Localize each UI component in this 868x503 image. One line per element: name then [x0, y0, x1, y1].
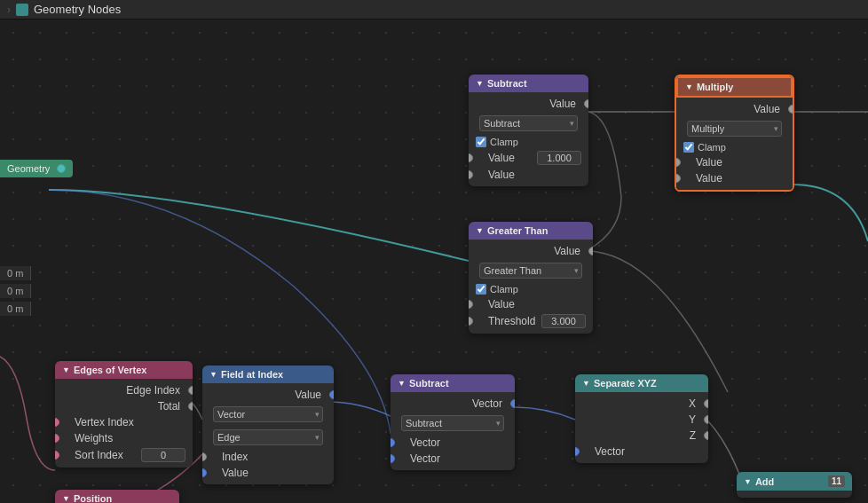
subtract1-dropdown[interactable]: Subtract	[479, 115, 578, 131]
gt-dropdown-row[interactable]: Greater Than	[469, 259, 593, 282]
multiply-arrow-icon: ▼	[685, 83, 693, 91]
multiply-value2-label: Value	[689, 172, 722, 185]
fai-dropdown2-row[interactable]: Edge	[202, 426, 334, 449]
subtract2-vector-out-row: Vector	[391, 396, 515, 412]
sxyz-z-socket	[704, 431, 708, 440]
edges-of-vertex-header: ▼ Edges of Vertex	[55, 361, 193, 379]
eov-sort-index-row: Sort Index 0	[55, 446, 193, 464]
multiply-value-out-socket	[788, 105, 794, 114]
subtract1-value2-label: Value	[481, 169, 515, 181]
multiply-dropdown[interactable]: Multiply	[687, 121, 782, 137]
sxyz-y-label: Y	[689, 413, 696, 426]
multiply-dropdown-row[interactable]: Multiply	[676, 117, 793, 140]
subtract-node-2: ▼ Subtract Vector Subtract Vector	[391, 374, 515, 470]
subtract-node-1: ▼ Subtract Value Subtract Clamp	[469, 75, 588, 186]
eov-vertex-index-row: Vertex Index	[55, 414, 193, 430]
greaterthan-node-header: ▼ Greater Than	[469, 222, 593, 240]
fai-index-socket	[202, 452, 207, 461]
fai-value2-socket	[202, 468, 207, 477]
sxyz-title: Separate XYZ	[594, 378, 657, 389]
subtract2-vector-out-label: Vector	[472, 397, 502, 410]
greaterthan-node-title: Greater Than	[487, 225, 548, 236]
position-header: ▼ Position	[55, 490, 179, 503]
field-at-index-node: ▼ Field at Index Value Vector Edge	[202, 365, 334, 484]
separate-xyz-header: ▼ Separate XYZ	[575, 374, 708, 392]
multiply-value-out-label: Value	[754, 103, 780, 115]
subtract1-clamp-label: Clamp	[490, 137, 518, 147]
eov-total-row: Total	[55, 398, 193, 414]
fai-value-out-socket	[329, 390, 334, 399]
fai-index-row: Index	[202, 449, 334, 465]
fai-value-out-row: Value	[202, 387, 334, 403]
sxyz-z-label: Z	[690, 429, 696, 442]
eov-sort-index-label: Sort Index	[67, 449, 123, 461]
gt-threshold-field[interactable]: 3.000	[541, 314, 586, 328]
gt-threshold-socket	[469, 317, 473, 326]
subtract2-dropdown[interactable]: Subtract	[401, 415, 504, 431]
sxyz-x-label: X	[689, 397, 696, 410]
gt-value-out-label: Value	[554, 245, 580, 257]
fai-value2-label: Value	[215, 467, 249, 479]
gt-value-out-row: Value	[469, 243, 593, 259]
eov-vertex-index-socket	[55, 418, 59, 427]
multiply-node-header: ▼ Multiply	[676, 76, 793, 98]
subtract1-value1-field[interactable]: 1.000	[537, 151, 581, 165]
position-node: ▼ Position Position	[55, 490, 179, 503]
eov-edge-index-row: Edge Index	[55, 382, 193, 398]
fai-dropdown1[interactable]: Vector	[213, 406, 323, 422]
add-arrow-icon: ▼	[744, 477, 752, 486]
multiply-clamp-label: Clamp	[698, 142, 726, 153]
subtract2-dropdown-row[interactable]: Subtract	[391, 412, 515, 435]
subtract1-clamp-row: Clamp	[469, 135, 588, 149]
node-canvas[interactable]: Geometry 0 m 0 m 0 m ▼ Subtract Value Su…	[0, 20, 868, 503]
fai-dropdown2[interactable]: Edge	[213, 429, 323, 445]
fai-arrow-icon: ▼	[209, 370, 217, 379]
subtract1-clamp-checkbox[interactable]	[476, 137, 486, 147]
sxyz-y-socket	[704, 415, 708, 424]
eov-weights-label: Weights	[67, 432, 113, 444]
gt-threshold-label: Threshold	[481, 315, 535, 327]
geometry-label: Geometry	[7, 163, 50, 174]
multiply-clamp-checkbox[interactable]	[683, 142, 694, 153]
subtract2-vector1-label: Vector	[403, 436, 440, 449]
gt-threshold-row: Threshold 3.000	[469, 312, 593, 330]
fai-dropdown1-row[interactable]: Vector	[202, 403, 334, 426]
subtract-node-1-title: Subtract	[487, 78, 527, 89]
eov-edge-index-label: Edge Index	[126, 384, 180, 397]
greaterthan-node: ▼ Greater Than Value Greater Than Clamp	[469, 222, 593, 334]
sxyz-vector-socket	[575, 447, 580, 456]
multiply-node-title: Multiply	[697, 82, 734, 92]
gt-clamp-row: Clamp	[469, 282, 593, 296]
fai-index-label: Index	[215, 451, 248, 463]
eov-arrow-icon: ▼	[62, 365, 70, 374]
gt-value-out-socket	[588, 247, 593, 255]
subtract1-value1-label: Value	[481, 152, 515, 164]
edges-of-vertex-node: ▼ Edges of Vertex Edge Index Total Verte…	[55, 361, 193, 468]
eov-title: Edges of Vertex	[74, 365, 147, 375]
fai-value-out-label: Value	[295, 389, 321, 401]
subtract-node-1-body: Value Subtract Clamp Value 1.000	[469, 92, 588, 186]
eov-total-socket	[188, 402, 193, 411]
subtract1-dropdown-row[interactable]: Subtract	[469, 112, 588, 135]
sxyz-vector-row: Vector	[575, 444, 708, 460]
sxyz-body: X Y Z Vector	[575, 392, 708, 463]
eov-edge-index-socket	[188, 386, 193, 395]
subtract-arrow-icon: ▼	[476, 79, 484, 88]
measurement-3: 0 m	[0, 302, 31, 316]
geometry-nodes-icon	[16, 4, 28, 16]
greaterthan-node-body: Value Greater Than Clamp Value T	[469, 240, 593, 334]
gt-clamp-checkbox[interactable]	[476, 284, 486, 295]
sxyz-x-row: X	[575, 396, 708, 412]
gt-value-in-socket	[469, 300, 473, 309]
eov-sort-index-value[interactable]: 0	[141, 448, 185, 462]
eov-weights-socket	[55, 434, 59, 443]
fai-value2-row: Value	[202, 465, 334, 481]
breadcrumb-arrow: ›	[7, 4, 11, 16]
gt-dropdown[interactable]: Greater Than	[479, 263, 582, 279]
subtract2-vector1-socket	[391, 438, 395, 447]
subtract2-vector2-label: Vector	[403, 452, 440, 465]
multiply-value2-in-socket	[675, 174, 681, 183]
eov-weights-row: Weights	[55, 430, 193, 446]
multiply-value1-in-socket	[675, 158, 681, 167]
measurement-2: 0 m	[0, 284, 31, 298]
